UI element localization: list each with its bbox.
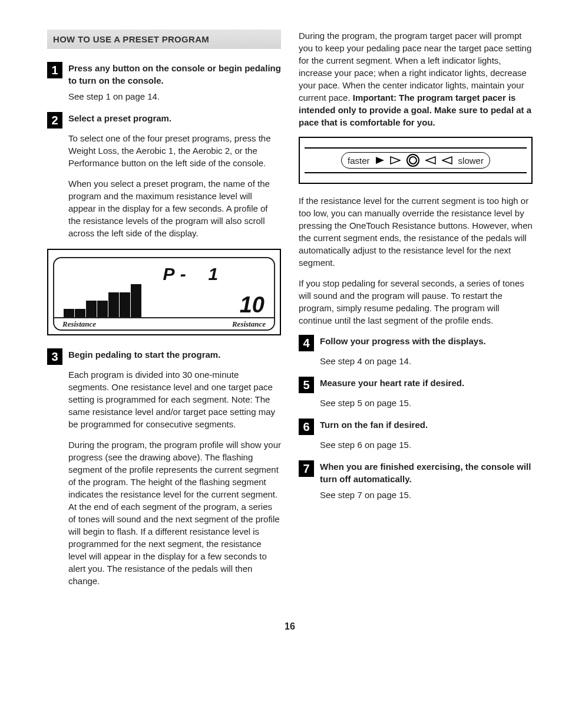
- display-one-label: 1: [208, 262, 218, 286]
- arrow-left-outline-icon-2: [442, 156, 452, 164]
- step-4: 4 Follow your progress with the displays…: [299, 335, 533, 351]
- step-2-body1: To select one of the four preset program…: [68, 132, 281, 169]
- step-6-title: Turn on the fan if desired.: [320, 419, 428, 431]
- pacer-diagram: faster slower: [299, 137, 533, 184]
- arrow-right-solid-icon: [376, 157, 384, 164]
- step-num-3: 3: [47, 348, 62, 365]
- resistance-label-right: Resistance: [232, 319, 266, 330]
- step-6-body: See step 6 on page 15.: [320, 439, 533, 451]
- step-3-title: Begin pedaling to start the program.: [68, 348, 220, 361]
- step-num-2: 2: [47, 112, 62, 129]
- step-3: 3 Begin pedaling to start the program.: [47, 348, 281, 365]
- step-6: 6 Turn on the fan if desired.: [299, 419, 533, 435]
- svg-marker-2: [442, 157, 452, 164]
- target-circle-icon: [406, 154, 419, 167]
- step-1: 1 Press any button on the console or beg…: [47, 62, 281, 87]
- pacer-faster: faster: [348, 154, 370, 167]
- step-num-5: 5: [299, 377, 314, 393]
- section-header: HOW TO USE A PRESET PROGRAM: [47, 29, 281, 49]
- step-5-title: Measure your heart rate if desired.: [320, 377, 464, 389]
- right-p1: During the program, the program target p…: [299, 29, 533, 129]
- display-p-label: P -: [163, 262, 187, 286]
- right-p3: If you stop pedaling for several seconds…: [299, 277, 533, 327]
- step-4-body: See step 4 on page 14.: [320, 355, 533, 367]
- arrow-left-outline-icon-1: [425, 156, 436, 164]
- step-4-title: Follow your progress with the displays.: [320, 335, 486, 347]
- step-3-body1: Each program is divided into 30 one-minu…: [68, 368, 281, 430]
- step-7-title: When you are finished exercising, the co…: [320, 460, 533, 485]
- step-num-7: 7: [299, 460, 314, 477]
- display-diagram: P - 1 10 Resistance Resistance: [47, 249, 281, 335]
- step-num-4: 4: [299, 335, 314, 351]
- step-3-body2: During the program, the program profile …: [68, 439, 281, 587]
- step-num-6: 6: [299, 419, 314, 435]
- step-7-body: See step 7 on page 15.: [320, 489, 533, 501]
- step-2-body2: When you select a preset program, the na…: [68, 177, 281, 239]
- step-1-title: Press any button on the console or begin…: [68, 62, 281, 87]
- profile-bars: [64, 284, 141, 317]
- step-2: 2 Select a preset program.: [47, 112, 281, 129]
- pacer-slower: slower: [458, 154, 484, 167]
- svg-marker-1: [426, 157, 435, 164]
- page-number: 16: [47, 620, 533, 633]
- step-5-body: See step 5 on page 15.: [320, 397, 533, 409]
- right-p2: If the resistance level for the current …: [299, 195, 533, 269]
- arrow-right-outline-icon: [390, 156, 401, 164]
- step-2-title: Select a preset program.: [68, 112, 171, 124]
- step-5: 5 Measure your heart rate if desired.: [299, 377, 533, 393]
- resistance-label-left: Resistance: [62, 319, 96, 330]
- svg-marker-0: [391, 157, 400, 164]
- step-1-body: See step 1 on page 14.: [68, 90, 281, 103]
- step-7: 7 When you are finished exercising, the …: [299, 460, 533, 485]
- display-ten-label: 10: [240, 294, 265, 316]
- step-num-1: 1: [47, 62, 62, 78]
